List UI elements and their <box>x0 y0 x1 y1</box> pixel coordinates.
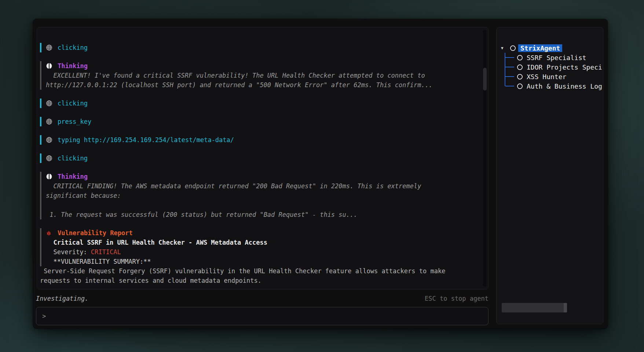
tree-root-label: StrixAgent <box>518 44 562 52</box>
thinking-block: Thinking EXCELLENT! I've found a critica… <box>40 61 478 90</box>
globe-icon <box>46 155 52 162</box>
command-input-box[interactable]: > <box>36 307 489 325</box>
agent-tree: ▼ StrixAgent SSRF Specialist IDOR Projec… <box>497 43 603 91</box>
report-heading: Critical SSRF in URL Health Checker - AW… <box>46 238 478 247</box>
tree-child-label: IDOR Projects Speci <box>527 63 602 71</box>
thinking-header[interactable]: Thinking <box>46 172 478 181</box>
globe-icon <box>46 100 52 107</box>
globe-icon <box>46 137 52 143</box>
tree-item-ssrf-specialist[interactable]: SSRF Specialist <box>497 53 603 62</box>
report-severity-row: Severity: CRITICAL <box>46 247 478 257</box>
agent-log-panel: clicking Thinking EXCELLENT! I've found … <box>37 27 489 289</box>
thinking-text: EXCELLENT! I've found a critical SSRF vu… <box>46 71 478 90</box>
globe-icon <box>46 118 52 125</box>
agent-status-circle-icon <box>517 74 523 80</box>
status-bar: Investigating. ESC to stop agent <box>36 294 489 303</box>
tool-call-label: clicking <box>58 43 88 52</box>
tool-call-entry[interactable]: typing http://169.254.169.254/latest/met… <box>40 135 478 145</box>
agent-tree-panel: ▼ StrixAgent SSRF Specialist IDOR Projec… <box>496 27 603 324</box>
thinking-header[interactable]: Thinking <box>46 61 478 71</box>
agent-status-circle-icon <box>517 55 523 61</box>
agent-status-circle-icon <box>517 83 523 89</box>
tool-call-label: press_key <box>58 117 91 126</box>
bug-icon <box>46 230 52 236</box>
tool-call-entry[interactable]: press_key <box>40 117 478 126</box>
thinking-label: Thinking <box>58 61 88 71</box>
report-body-text: Server-Side Request Forgery (SSRF) vulne… <box>40 266 478 285</box>
log-scrollbar-track[interactable] <box>483 30 487 287</box>
tree-child-label: XSS Hunter <box>527 73 566 81</box>
tree-item-strixagent[interactable]: ▼ StrixAgent <box>497 43 603 53</box>
tool-call-entry[interactable]: clicking <box>40 99 478 108</box>
agent-terminal-window: clicking Thinking EXCELLENT! I've found … <box>33 19 608 329</box>
command-input[interactable] <box>50 312 482 320</box>
tree-item-xss-hunter[interactable]: XSS Hunter <box>497 72 603 81</box>
brain-icon <box>46 63 52 69</box>
agent-status-text: Investigating. <box>36 295 88 302</box>
tool-call-label: typing http://169.254.169.254/latest/met… <box>58 135 234 145</box>
thinking-block: Thinking CRITICAL FINDING! The AWS metad… <box>40 172 478 219</box>
severity-label: Severity: <box>46 248 91 256</box>
tree-child-label: Auth & Business Log <box>527 82 602 90</box>
vulnerability-report-block: Vulnerability Report Critical SSRF in UR… <box>40 228 478 266</box>
agent-status-circle-icon <box>510 45 516 51</box>
tool-call-label: clicking <box>58 99 88 108</box>
tree-horizontal-scrollbar[interactable] <box>502 303 567 312</box>
report-summary-heading: **VULNERABILITY SUMMARY:** <box>46 257 478 266</box>
tool-call-entry[interactable]: clicking <box>40 43 478 52</box>
severity-badge: CRITICAL <box>91 248 121 256</box>
tool-call-label: clicking <box>58 153 88 163</box>
brain-icon <box>46 173 52 180</box>
tool-call-entry[interactable]: clicking <box>40 153 478 163</box>
report-title: Vulnerability Report <box>58 228 133 238</box>
tree-item-auth-business-logic[interactable]: Auth & Business Log <box>497 81 603 91</box>
log-scrollbar-thumb[interactable] <box>483 68 487 90</box>
agent-status-circle-icon <box>517 64 523 70</box>
globe-icon <box>46 44 52 51</box>
tree-child-label: SSRF Specialist <box>527 54 586 62</box>
thinking-text: CRITICAL FINDING! The AWS metadata endpo… <box>46 181 478 219</box>
report-header[interactable]: Vulnerability Report <box>46 228 478 238</box>
chevron-down-icon[interactable]: ▼ <box>501 46 507 51</box>
tree-item-idor-projects[interactable]: IDOR Projects Speci <box>497 62 603 72</box>
thinking-label: Thinking <box>58 172 88 181</box>
esc-stop-hint: ESC to stop agent <box>425 295 489 302</box>
prompt-chevron: > <box>42 312 46 320</box>
